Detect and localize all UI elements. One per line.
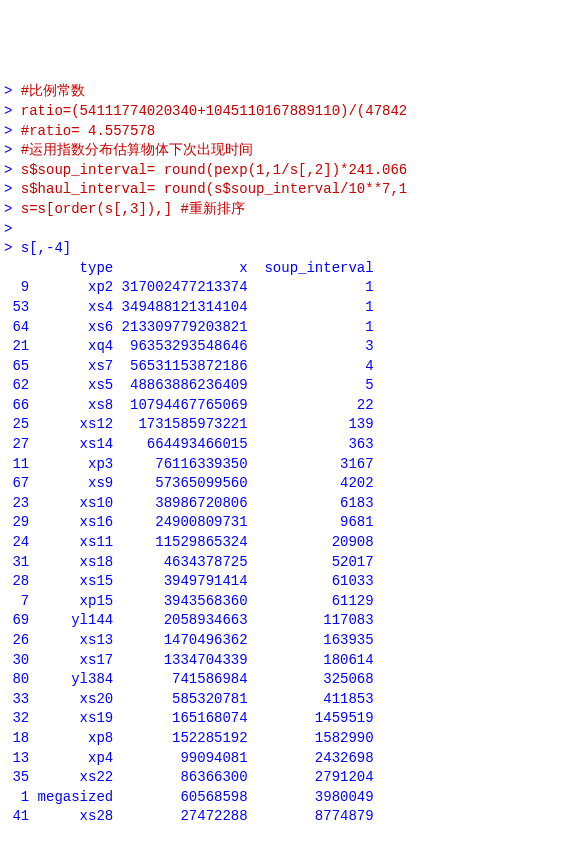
table-row: 33 xs20 585320781 411853 <box>4 690 576 710</box>
console-prompt: > <box>4 221 12 237</box>
console-text: s$soup_interval= round(pexp(1,1/s[,2])*2… <box>12 162 407 178</box>
table-row: 11 xp3 76116339350 3167 <box>4 455 576 475</box>
table-row: 25 xs12 1731585973221 139 <box>4 415 576 435</box>
table-row: 9 xp2 317002477213374 1 <box>4 278 576 298</box>
console-text: s$haul_interval= round(s$soup_interval/1… <box>12 181 407 197</box>
console-line: > s$haul_interval= round(s$soup_interval… <box>4 180 576 200</box>
console-text: ratio=(54111774020340+1045110167889110)/… <box>12 103 407 119</box>
table-row: 7 xp15 3943568360 61129 <box>4 592 576 612</box>
table-row: 67 xs9 57365099560 4202 <box>4 474 576 494</box>
console-line: > <box>4 220 576 240</box>
table-row: 23 xs10 38986720806 6183 <box>4 494 576 514</box>
table-row: 13 xp4 99094081 2432698 <box>4 749 576 769</box>
table-row: 29 xs16 24900809731 9681 <box>4 513 576 533</box>
console-text: s=s[order(s[,3]),] #重新排序 <box>12 201 244 217</box>
table-row: 26 xs13 1470496362 163935 <box>4 631 576 651</box>
table-row: 32 xs19 165168074 1459519 <box>4 709 576 729</box>
table-row: 31 xs18 4634378725 52017 <box>4 553 576 573</box>
table-row: 80 yl384 741586984 325068 <box>4 670 576 690</box>
table-row: 62 xs5 48863886236409 5 <box>4 376 576 396</box>
table-row: 64 xs6 213309779203821 1 <box>4 318 576 338</box>
console-line: > s[,-4] <box>4 239 576 259</box>
table-row: 18 xp8 152285192 1582990 <box>4 729 576 749</box>
table-row: 1 megasized 60568598 3980049 <box>4 788 576 808</box>
table-row: 27 xs14 664493466015 363 <box>4 435 576 455</box>
console-line: > s=s[order(s[,3]),] #重新排序 <box>4 200 576 220</box>
r-console: > #比例常数> ratio=(54111774020340+104511016… <box>4 82 576 827</box>
console-text: s[,-4] <box>12 240 71 256</box>
console-line: > ratio=(54111774020340+1045110167889110… <box>4 102 576 122</box>
table-row: 24 xs11 11529865324 20908 <box>4 533 576 553</box>
table-row: 66 xs8 10794467765069 22 <box>4 396 576 416</box>
table-row: 69 yl144 2058934663 117083 <box>4 611 576 631</box>
console-text: #ratio= 4.557578 <box>12 123 155 139</box>
table-row: 41 xs28 27472288 8774879 <box>4 807 576 827</box>
table-row: 53 xs4 349488121314104 1 <box>4 298 576 318</box>
console-line: > #运用指数分布估算物体下次出现时间 <box>4 141 576 161</box>
table-row: 35 xs22 86366300 2791204 <box>4 768 576 788</box>
table-header: type x soup_interval <box>4 259 576 279</box>
table-row: 21 xq4 96353293548646 3 <box>4 337 576 357</box>
table-row: 30 xs17 1334704339 180614 <box>4 651 576 671</box>
console-line: > s$soup_interval= round(pexp(1,1/s[,2])… <box>4 161 576 181</box>
console-line: > #ratio= 4.557578 <box>4 122 576 142</box>
table-row: 28 xs15 3949791414 61033 <box>4 572 576 592</box>
console-text: #运用指数分布估算物体下次出现时间 <box>12 142 253 158</box>
console-text: #比例常数 <box>12 83 85 99</box>
table-row: 65 xs7 56531153872186 4 <box>4 357 576 377</box>
console-line: > #比例常数 <box>4 82 576 102</box>
